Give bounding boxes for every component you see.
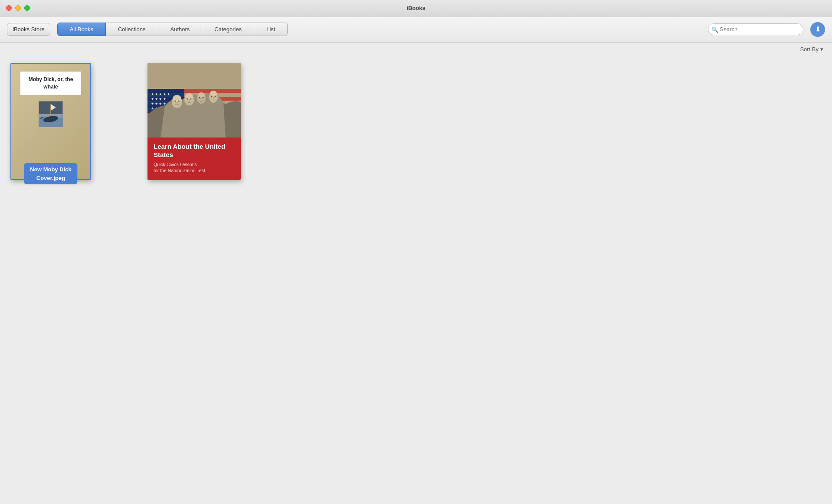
svg-point-24 bbox=[190, 98, 192, 100]
sort-by-label: Sort By bbox=[800, 46, 819, 52]
toolbar: iBooks Store All Books Collections Autho… bbox=[0, 16, 832, 43]
learn-subtitle-line2: for the Naturalization Test bbox=[154, 167, 235, 173]
learn-cover: ★ ★ ★ ★ ★ ★ ★ ★ ★ ★ ★ ★ ★ ★ ★ ★ ★ ★ bbox=[147, 63, 241, 180]
svg-text:★ ★ ★ ★: ★ ★ ★ ★ bbox=[151, 97, 166, 101]
main-content: Moby Dick, or, the whale bbox=[0, 56, 832, 187]
search-icon: 🔍 bbox=[711, 26, 718, 33]
ibooks-store-button[interactable]: iBooks Store bbox=[7, 23, 50, 36]
svg-point-32 bbox=[215, 96, 216, 97]
svg-point-26 bbox=[198, 92, 205, 98]
sort-by-button[interactable]: Sort By ▾ bbox=[800, 46, 823, 52]
book-item-moby-dick[interactable]: Moby Dick, or, the whale bbox=[10, 63, 91, 180]
maximize-button[interactable] bbox=[24, 5, 30, 11]
book-cover-wrapper-moby-dick: Moby Dick, or, the whale bbox=[10, 63, 91, 180]
moby-dick-title: Moby Dick, or, the whale bbox=[20, 72, 81, 95]
book-item-learn-about-us[interactable]: ★ ★ ★ ★ ★ ★ ★ ★ ★ ★ ★ ★ ★ ★ ★ ★ ★ ★ bbox=[147, 63, 241, 180]
moby-dick-cover: Moby Dick, or, the whale bbox=[10, 63, 91, 180]
learn-subtitle-line1: Quick Civics Lessons bbox=[154, 161, 235, 167]
sort-bar: Sort By ▾ bbox=[0, 43, 832, 56]
learn-title: Learn About the United States bbox=[154, 143, 235, 159]
minimize-button[interactable] bbox=[15, 5, 21, 11]
svg-point-20 bbox=[178, 101, 180, 102]
tab-categories[interactable]: Categories bbox=[202, 23, 254, 36]
svg-point-30 bbox=[210, 91, 217, 97]
search-container: 🔍 bbox=[708, 23, 803, 35]
svg-point-19 bbox=[175, 101, 176, 102]
book-cover-wrapper-learn: ★ ★ ★ ★ ★ ★ ★ ★ ★ ★ ★ ★ ★ ★ ★ ★ ★ ★ bbox=[147, 63, 241, 180]
tab-all-books[interactable]: All Books bbox=[57, 23, 106, 36]
svg-point-23 bbox=[187, 98, 188, 100]
drag-label-moby-dick: New Moby Dick Cover.jpeg bbox=[24, 163, 77, 184]
title-bar: iBooks bbox=[0, 0, 832, 16]
svg-point-27 bbox=[199, 97, 200, 98]
download-button[interactable]: ⬇ bbox=[810, 22, 825, 37]
chevron-down-icon: ▾ bbox=[820, 46, 823, 52]
svg-point-22 bbox=[185, 93, 193, 99]
tab-bar: All Books Collections Authors Categories… bbox=[57, 23, 288, 36]
tab-list[interactable]: List bbox=[254, 23, 288, 36]
learn-cover-image: ★ ★ ★ ★ ★ ★ ★ ★ ★ ★ ★ ★ ★ ★ ★ ★ ★ ★ bbox=[147, 63, 241, 137]
search-input[interactable] bbox=[708, 23, 803, 35]
svg-point-31 bbox=[211, 96, 213, 97]
learn-cover-bottom: Learn About the United States Quick Civi… bbox=[147, 137, 241, 180]
svg-text:★ ★ ★ ★ ★: ★ ★ ★ ★ ★ bbox=[151, 92, 170, 96]
svg-point-18 bbox=[173, 95, 181, 102]
window-title: iBooks bbox=[406, 5, 425, 11]
svg-point-28 bbox=[203, 97, 204, 98]
close-button[interactable] bbox=[6, 5, 12, 11]
moby-dick-whale-image bbox=[39, 101, 63, 127]
traffic-lights bbox=[6, 5, 30, 11]
tab-authors[interactable]: Authors bbox=[158, 23, 203, 36]
tab-collections[interactable]: Collections bbox=[105, 23, 158, 36]
